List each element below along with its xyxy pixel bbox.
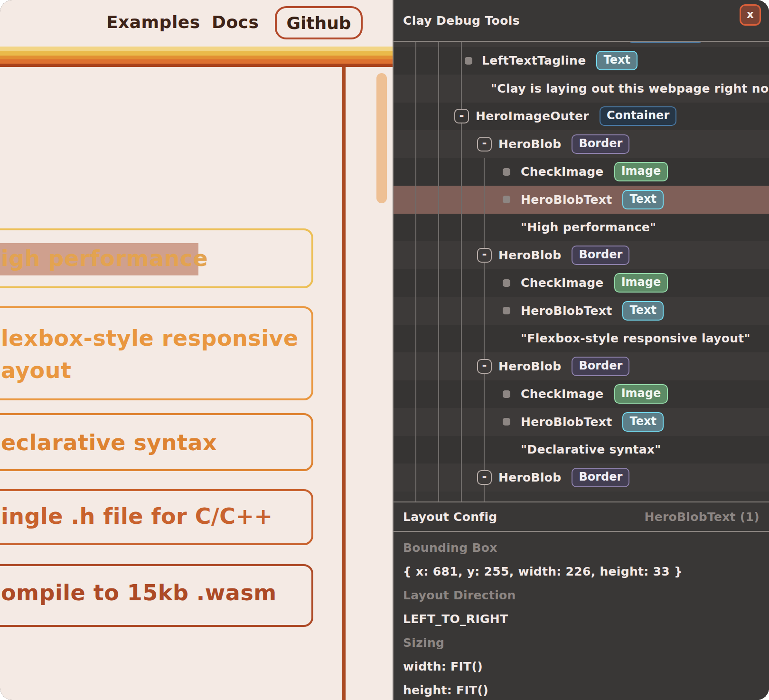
type-tag-text: Text [622,412,663,432]
stripe-band [0,47,393,51]
tree-row[interactable]: CheckImage Image [394,380,769,408]
collapse-button[interactable]: - [477,470,492,485]
bullet-icon [503,168,510,176]
tree-row[interactable]: - HeroBlob Border [394,241,769,269]
selected-element-name: HeroBlobText (1) [644,510,760,524]
panel-title: Clay Debug Tools [403,14,520,28]
bullet-icon [465,57,472,65]
type-tag-border: Border [572,134,629,154]
tree-quote-row: "Flexbox-style responsive layout" [394,325,769,353]
layout-direction-value: LEFT_TO_RIGHT [403,607,769,631]
bullet-icon [503,279,510,287]
tree-row[interactable]: - HeroBlob Border [394,464,769,492]
tree-quote-row: "High performance" [394,214,769,242]
card-text-line: ayout [1,354,299,387]
tree-row[interactable]: CheckImage Image [394,269,769,297]
page-vertical-divider [342,67,346,700]
card-text: igh performance [1,246,208,271]
page-navbar: Examples Docs Github [0,0,393,47]
layout-config-section: Layout Config HeroBlobText (1) Bounding … [394,501,769,700]
card-text: ompile to 15kb .wasm [1,580,277,605]
collapse-button[interactable]: - [454,109,469,123]
collapse-button[interactable]: - [477,359,492,374]
node-label: HeroBlob [498,137,561,151]
sizing-width-value: width: FIT() [403,654,769,678]
bounding-box-value: { x: 681, y: 255, width: 226, height: 33… [403,559,769,583]
type-tag-container: Container [627,42,704,43]
card-text: ingle .h file for C/C++ [1,503,273,529]
node-label: HeroBlob [498,359,561,373]
type-tag-border: Border [572,468,629,487]
tree-quote-row: "Clay is laying out this webpage right n… [394,75,769,103]
bullet-icon [503,196,510,203]
layout-direction-label: Layout Direction [403,583,769,607]
bullet-icon [503,390,510,398]
bullet-icon [503,307,510,314]
node-label: CheckImage [521,165,604,179]
node-label: HeroImageOuter [476,109,589,123]
page-scrollbar-thumb[interactable] [376,73,387,203]
nav-link-examples[interactable]: Examples [106,12,200,32]
type-tag-image: Image [614,162,668,181]
indent-guide-line [438,42,439,501]
tree-row[interactable]: HeroBlobText Text [394,297,769,325]
text-content: "Declarative syntax" [521,443,661,456]
stripe-band [0,64,393,67]
text-content: "Clay is laying out this webpage right n… [491,82,769,95]
tree-row[interactable]: - HeroImageOuter Container [394,103,769,131]
bullet-icon [503,418,510,426]
type-tag-border: Border [572,357,629,376]
sizing-height-value: height: FIT() [403,678,769,700]
node-label: LeftTextTagline [482,54,586,67]
element-tree-rows: LandingPageSpacer Container LeftTextTagl… [394,42,769,492]
github-button[interactable]: Github [275,6,363,39]
tree-row[interactable]: LeftTextTagline Text [394,47,769,75]
tree-row[interactable]: - HeroBlob Border [394,130,769,158]
node-label: CheckImage [521,387,604,401]
node-label: HeroBlobText [521,193,612,207]
type-tag-text: Text [596,51,637,70]
element-tree: LandingPageSpacer Container LeftTextTagl… [394,42,769,501]
collapse-button[interactable]: - [477,248,492,263]
tree-quote-row: "Declarative syntax" [394,436,769,464]
tree-row[interactable]: - HeroBlob Border [394,352,769,380]
layout-config-body: Bounding Box { x: 681, y: 255, width: 22… [394,532,769,700]
node-label: HeroBlob [498,471,561,484]
collapse-button[interactable]: - [477,137,492,151]
type-tag-container: Container [600,106,676,126]
card-text: lexbox-style responsive ayout [1,322,299,387]
indent-guide-line [415,42,416,501]
debug-panel-header: Clay Debug Tools x [394,0,769,42]
close-button[interactable]: x [740,4,761,26]
node-label: HeroBlob [498,248,561,262]
nav-link-docs[interactable]: Docs [212,12,259,32]
tree-row[interactable]: LandingPageSpacer Container [394,42,769,47]
layout-config-title: Layout Config [403,510,497,524]
text-content: "Flexbox-style responsive layout" [521,331,750,345]
layout-config-header: Layout Config HeroBlobText (1) [394,502,769,532]
node-label: HeroBlobText [521,304,612,318]
indent-guide-line [484,158,485,501]
text-content: "High performance" [521,220,656,234]
card-text: eclarative syntax [1,430,217,455]
debug-panel: Clay Debug Tools x LandingPageSpacer Con… [393,0,769,700]
app-window: Examples Docs Github igh performance lex… [0,0,769,700]
node-label: CheckImage [521,276,604,290]
stripe-band [0,51,393,56]
type-tag-border: Border [572,246,629,265]
stripe-band [0,56,393,59]
tree-row[interactable]: HeroBlobText Text [394,408,769,436]
card-text-line: lexbox-style responsive [1,322,299,354]
gradient-stripe [0,47,393,67]
type-tag-text: Text [622,301,663,321]
tree-row[interactable]: CheckImage Image [394,158,769,186]
clay-webpage: Examples Docs Github igh performance lex… [0,0,393,700]
stripe-band [0,59,393,64]
node-label: HeroBlobText [521,415,612,429]
type-tag-text: Text [622,190,663,209]
tree-row-selected[interactable]: HeroBlobText Text [394,186,769,214]
sizing-label: Sizing [403,631,769,654]
type-tag-image: Image [614,273,668,293]
type-tag-image: Image [614,384,668,404]
bounding-box-label: Bounding Box [403,536,769,559]
